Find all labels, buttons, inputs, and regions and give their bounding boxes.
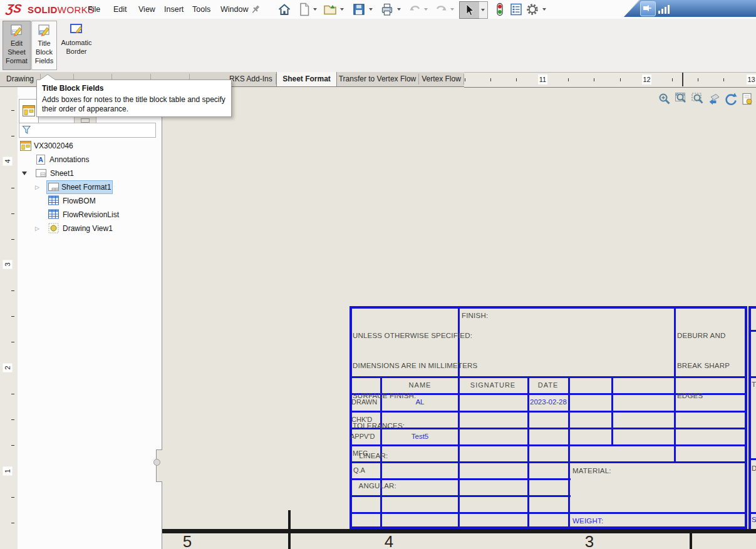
home-icon[interactable] — [277, 2, 292, 17]
previous-view-icon[interactable] — [707, 92, 722, 106]
redo-dropdown[interactable] — [450, 8, 454, 11]
menu-tools[interactable]: Tools — [187, 3, 216, 16]
edit-sheet-format-button[interactable]: Edit Sheet Format — [3, 21, 31, 70]
edit-sheet-format-icon — [10, 23, 24, 37]
annotations-icon: A — [36, 155, 46, 165]
ruler-tick — [11, 342, 14, 342]
tree-item-label: FlowRevisionList — [63, 208, 119, 222]
ruler-tick — [11, 316, 14, 317]
tooltip-title-block-fields: Title Block Fields Adds boxes for notes … — [36, 80, 232, 117]
select-tool-dropdown[interactable] — [479, 1, 488, 19]
sheet-properties-icon[interactable] — [740, 92, 755, 106]
undo-icon[interactable] — [408, 2, 423, 17]
new-document-icon[interactable] — [297, 2, 312, 17]
ruler-tick — [723, 78, 724, 81]
options-gear-icon[interactable] — [525, 2, 540, 17]
zone-number-4: 4 — [377, 532, 401, 549]
entry-drawn-date[interactable]: 2023-02-28 — [529, 393, 568, 411]
select-tool-button[interactable] — [459, 1, 480, 19]
note-line: UNLESS OTHERWISE SPECIFIED: — [353, 331, 477, 341]
menu-view[interactable]: View — [133, 3, 161, 16]
svg-text:A: A — [38, 156, 43, 163]
panel-splitter-handle[interactable] — [156, 449, 162, 482]
tree-item-sheet-format1[interactable]: ▷ Sheet Format1 — [18, 180, 160, 194]
tree-item-flowrevisionlist[interactable]: FlowRevisionList — [18, 208, 160, 222]
tab-sheet-format[interactable]: Sheet Format — [276, 72, 337, 86]
select-arrow-icon — [462, 3, 477, 18]
weight-label[interactable]: WEIGHT: — [572, 516, 603, 526]
new-document-dropdown[interactable] — [313, 8, 317, 11]
print-dropdown[interactable] — [397, 8, 401, 11]
ruler-tick — [11, 239, 14, 240]
btn-line: Automatic — [58, 38, 95, 47]
revision-table-icon — [48, 209, 59, 219]
tree-item-drawing-view1[interactable]: ▷ Drawing View1 — [18, 222, 160, 235]
sheet-icon — [36, 168, 46, 178]
scale-label-fragment: S — [752, 515, 756, 525]
note-line: ANGULAR: — [353, 481, 477, 491]
ruler-tick — [11, 213, 14, 214]
pin-menu-icon[interactable] — [250, 4, 261, 15]
title-block-fields-icon — [38, 23, 51, 37]
tab-solidworks-add-ins-partial[interactable]: RKS Add-Ins — [229, 72, 274, 86]
tree-item-label: Drawing View1 — [63, 222, 113, 235]
table-line — [745, 306, 747, 529]
tooltip-body-line1: Adds boxes for notes to the title block … — [42, 95, 231, 104]
ruler-tick — [11, 136, 14, 136]
expander-closed-icon[interactable]: ▷ — [35, 180, 39, 194]
save-dropdown[interactable] — [369, 8, 373, 11]
entry-drawn-name[interactable]: AL — [382, 393, 458, 411]
menu-file[interactable]: File — [82, 3, 106, 16]
ruler-tick — [11, 497, 14, 498]
zoom-to-area-icon[interactable] — [691, 92, 705, 106]
menu-edit[interactable]: Edit — [108, 3, 133, 16]
row-label-qa: Q.A — [353, 461, 380, 479]
finish-label: FINISH: — [462, 310, 488, 321]
tree-filter-input[interactable] — [19, 123, 156, 138]
ruler-number: 4 — [3, 157, 13, 166]
ruler-tick — [516, 78, 517, 81]
redo-icon[interactable] — [433, 2, 448, 17]
entry-appvd-name[interactable]: Test5 — [382, 428, 458, 445]
menu-insert[interactable]: Insert — [158, 3, 189, 16]
dwg-label-fragment: D — [752, 463, 756, 473]
options-dropdown[interactable] — [542, 8, 546, 11]
tree-item-flowbom[interactable]: FlowBOM — [18, 194, 160, 208]
automatic-border-button[interactable]: Automatic Border — [58, 21, 95, 69]
deburr-note: DEBURR AND BREAK SHARP EDGES — [677, 310, 730, 421]
zoom-to-fit-icon[interactable] — [675, 92, 689, 106]
tree-item-sheet1[interactable]: Sheet1 — [18, 167, 160, 180]
tab-vertex-flow[interactable]: Vertex Flow — [419, 72, 463, 86]
ruler-number: 12 — [642, 74, 651, 85]
zoom-in-icon[interactable] — [658, 92, 672, 106]
splitter-grip-icon[interactable] — [153, 459, 160, 466]
performance-traffic-light-icon[interactable] — [492, 2, 507, 17]
tree-item-annotations[interactable]: A Annotations — [18, 153, 160, 167]
ruler-tick — [11, 445, 14, 446]
undo-dropdown[interactable] — [424, 8, 428, 11]
print-icon[interactable] — [380, 2, 395, 17]
sheet-format-icon — [48, 182, 59, 192]
tree-item-root[interactable]: VX3002046 — [18, 139, 160, 153]
ruler-tick — [568, 78, 569, 81]
tab-drawing[interactable]: Drawing — [0, 72, 40, 86]
signal-bars-icon[interactable] — [658, 3, 671, 14]
command-list-icon[interactable] — [509, 2, 524, 17]
featuremanager-tree-icon — [23, 105, 35, 116]
menu-window[interactable]: Window — [215, 3, 254, 16]
taskpane-pin-button[interactable] — [640, 1, 656, 16]
btn-line: Block — [32, 48, 56, 56]
expander-closed-icon[interactable]: ▷ — [35, 222, 39, 235]
table-line — [568, 376, 570, 529]
title-block-fields-button[interactable]: Title Block Fields — [31, 21, 57, 70]
tab-transfer-to-vertex-flow[interactable]: Transfer to Vertex Flow — [336, 72, 418, 86]
open-dropdown[interactable] — [340, 8, 344, 11]
redraw-icon[interactable] — [723, 92, 738, 106]
pin-icon — [641, 2, 654, 14]
ruler-number: 1 — [3, 467, 13, 476]
open-icon[interactable] — [323, 2, 338, 17]
btn-line: Sheet — [3, 48, 30, 56]
col-header-signature: SIGNATURE — [458, 376, 527, 394]
save-icon[interactable] — [351, 2, 366, 17]
expander-open-icon[interactable] — [22, 172, 27, 175]
